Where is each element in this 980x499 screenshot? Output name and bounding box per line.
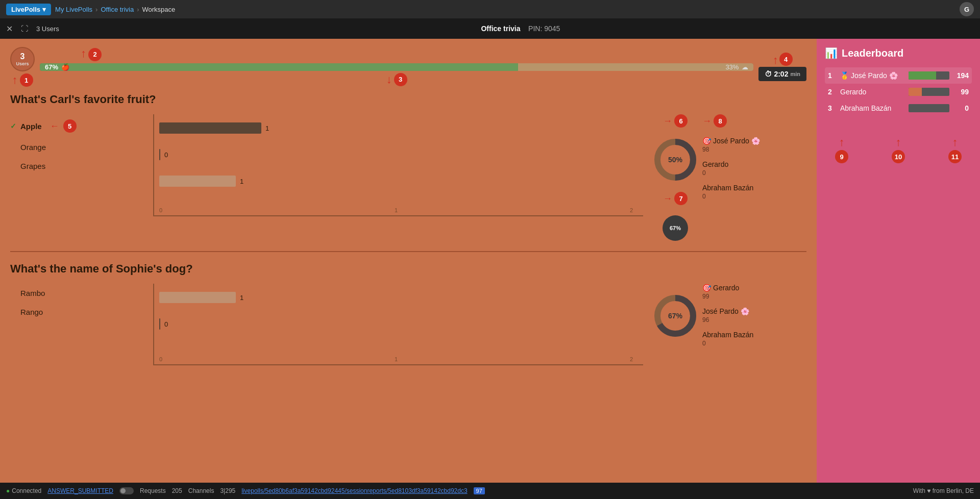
annotation-3-arrow: ↓ [386,74,392,85]
participant-3-name: Abraham Bazán [702,184,760,192]
breadcrumb-current: Workspace [142,6,176,13]
p3-name-text: Abraham Bazán [702,184,753,192]
q2-flower-icon-2: 🌸 [741,307,749,315]
bar-grapes [159,176,236,187]
flower-icon-1: 🌸 [751,137,760,145]
q2-p1-name-text: Gerardo [713,284,739,292]
bar-grapes-value: 1 [240,178,243,185]
question-1-status-bar: 3 Users ↑ 1 ↑ 2 67% [10,47,806,87]
close-button[interactable]: ✕ [6,24,13,34]
x-label-0: 0 [159,207,162,213]
x-label-1: 1 [395,207,398,213]
annotation-1-arrow: ↑ [12,74,18,86]
participant-3: Abraham Bazán 0 [702,184,760,200]
session-title: Office trivia PIN: 9045 [67,24,974,33]
q2-bar-chart: 1 0 0 1 2 [153,284,643,365]
q2-donut-chart: 67% [653,294,697,338]
bar-row-orange: 0 [159,149,633,160]
annotation-6-arrow: → [663,116,672,126]
session-url[interactable]: livepolls/5ed80b6af3a59142cbd92445/sessi… [241,487,467,494]
annotation-9-arrow: ↑ [839,137,845,148]
leaderboard-sidebar: 📊 Leaderboard 1 🥇 José Pardo 🌸 194 2 Ger… [817,39,980,483]
q2-answer-rambo: Rambo [10,284,143,303]
participant-1-name: 🎯 José Pardo 🌸 [702,137,760,145]
channels-value: 3|295 [220,487,235,494]
leaderboard-title: Leaderboard [842,47,903,59]
leaderboard-header: 📊 Leaderboard [825,47,972,59]
lb-item-3: 3 Abraham Bazán 0 [825,100,972,116]
q2-participant-2-score: 96 [702,316,753,323]
lb-item-2: 2 Gerardo 99 [825,84,972,100]
annotation-2-number: 2 [88,48,102,61]
breadcrumb-poll-name[interactable]: Office trivia [101,6,134,13]
bar-chart-container: 1 0 1 0 [153,114,643,216]
annotation-9-number: 9 [835,150,848,163]
q2-participant-2: José Pardo 🌸 96 [702,307,753,323]
breadcrumb-my-livepolls[interactable]: My LivePolls [55,6,92,13]
q2-bar-row-rango: 0 [159,318,633,330]
lb-name-3: Abraham Bazán [840,104,904,112]
main-layout: 3 Users ↑ 1 ↑ 2 67% [0,39,980,483]
q2-participant-3: Abraham Bazán 0 [702,331,753,347]
q2-stats-area: 67% 🎯 Gerardo 99 [653,284,806,347]
event-type-link[interactable]: ANSWER_SUBMITTED [47,487,113,494]
breadcrumb-sep1: › [95,6,97,13]
lb-name-1: 🥇 José Pardo 🌸 [840,71,904,80]
progress-icon: 🍎 [61,63,69,71]
p2-name-text: Gerardo [702,160,728,168]
annotation-11-number: 11 [948,150,962,163]
donut-chart: 50% [653,138,697,182]
answer-grapes: Grapes [10,157,143,176]
q2-participant-2-name: José Pardo 🌸 [702,307,753,315]
question-2-content: Rambo Rango 1 0 [10,284,806,365]
timer-icon: ⏱ [765,70,772,78]
q2-x-0: 0 [159,356,162,362]
connected-status: ● Connected [6,487,41,494]
question-1-title: What's Carl's favorite fruit? [10,93,806,106]
lb-bar-container-2 [909,88,949,96]
toggle-knob [120,488,126,493]
q2-participant-1-name: 🎯 Gerardo [702,284,753,292]
participant-3-score: 0 [702,193,760,200]
bar-chart: 1 0 1 0 [153,114,643,216]
expand-button[interactable]: ⛶ [21,24,28,33]
avatar[interactable]: G [960,2,974,16]
q2-participant-3-name: Abraham Bazán [702,331,753,339]
lb-score-1: 194 [953,71,969,80]
annotation-2-arrow: ↑ [81,48,86,59]
progress-right-pct: 33% [725,63,739,71]
stats-area: → 6 50% → [653,114,806,241]
toggle-switch[interactable] [119,487,134,494]
lb-item-1: 1 🥇 José Pardo 🌸 194 [825,67,972,84]
crown-icon-1: 🎯 [702,137,711,145]
annotation-6-number: 6 [674,114,688,128]
annotation-8-number: 8 [714,114,727,128]
timer: ⏱ 2:02 min [758,67,806,81]
progress-left-pct: 67% [45,63,58,71]
q2-x-1: 1 [395,356,398,362]
lb-score-2: 99 [953,88,969,96]
answer-orange-label: Orange [20,143,46,152]
annotation-1-number: 1 [20,73,33,87]
bar-orange [159,149,160,160]
q2-bar-rambo [159,292,236,303]
answer-orange: Orange [10,138,143,157]
leaderboard-icon: 📊 [825,47,838,59]
users-circle: 3 Users [10,47,35,71]
livepolls-menu-button[interactable]: LivePolls ▾ [6,4,51,15]
lb-rank-1: 1 [828,71,836,80]
chevron-down-icon: ▾ [42,6,46,13]
q2-chart-circles: 67% [653,284,697,338]
lb-bar-container-3 [909,104,949,112]
users-label: Users [16,61,29,66]
bar-row-apple: 1 [159,122,633,134]
progress-bar: 67% 🍎 33% ☁ [40,63,753,71]
question-2-title: What's the name of Sophie's dog? [10,262,806,276]
q2-rango-label: Rango [20,308,43,316]
q2-crown-icon-1: 🎯 [702,284,711,292]
participant-2-score: 0 [702,169,760,177]
pin-label: PIN: 9045 [528,24,560,33]
q2-rambo-label: Rambo [20,289,45,297]
requests-label: Requests [140,487,166,494]
q2-bar-row-rambo: 1 [159,292,633,303]
